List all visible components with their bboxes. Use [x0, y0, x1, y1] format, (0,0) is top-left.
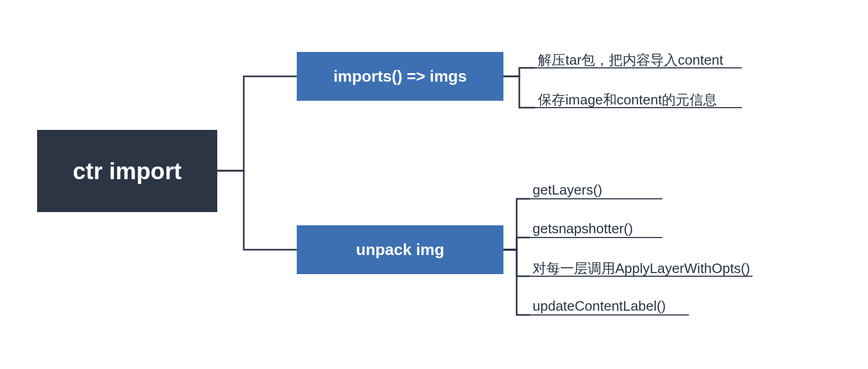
leaf-unpack-1: getsnapshotter() [533, 221, 633, 237]
mid-node-unpack: unpack img [297, 225, 503, 274]
leaf-imports-0: 解压tar包，把内容导入content [538, 51, 723, 69]
leaf-unpack-0: getLayers() [533, 182, 603, 198]
leaf-imports-1: 保存image和content的元信息 [538, 91, 717, 109]
mid-imports-label: imports() => imgs [333, 67, 467, 85]
root-label: ctr import [73, 158, 181, 184]
leaf-unpack-2: 对每一层调用ApplyLayerWithOpts() [533, 259, 750, 278]
root-node: ctr import [37, 130, 217, 212]
leaf-unpack-3: updateContentLabel() [533, 298, 666, 314]
mid-node-imports: imports() => imgs [297, 52, 503, 101]
mid-unpack-label: unpack img [356, 241, 445, 259]
